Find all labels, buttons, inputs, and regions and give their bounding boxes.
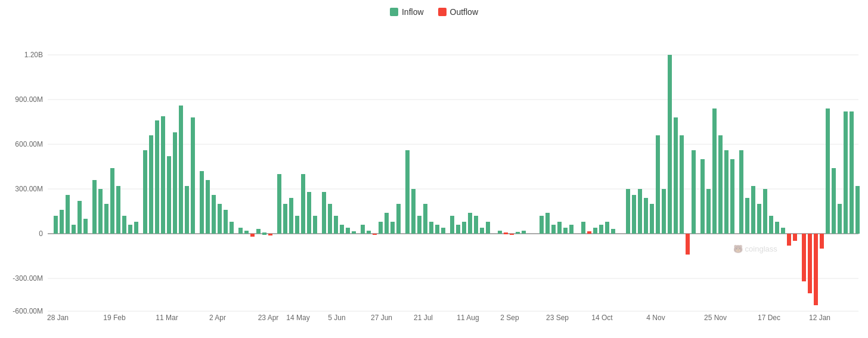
svg-rect-107 [668,55,672,234]
svg-rect-91 [557,222,562,234]
outflow-legend-item: Outflow [438,7,478,17]
svg-rect-34 [179,106,183,234]
svg-rect-126 [787,234,791,246]
svg-rect-133 [832,168,836,234]
svg-rect-72 [423,204,427,234]
svg-rect-16 [66,195,70,234]
svg-rect-42 [230,222,234,234]
svg-rect-40 [218,204,222,234]
chart-legend: Inflow Outflow [0,0,868,19]
svg-rect-30 [155,120,159,234]
svg-rect-120 [751,186,755,234]
inflow-legend-item: Inflow [390,7,424,17]
svg-rect-90 [551,225,556,234]
svg-text:28 Jan: 28 Jan [47,314,69,322]
svg-rect-48 [268,234,272,235]
svg-rect-28 [143,150,147,234]
svg-rect-102 [638,189,642,234]
svg-rect-52 [295,216,299,234]
svg-rect-73 [429,222,433,234]
svg-rect-136 [850,111,854,234]
svg-rect-62 [361,225,365,234]
svg-text:0: 0 [39,230,43,238]
svg-rect-85 [510,234,514,235]
svg-rect-59 [340,225,344,234]
svg-rect-134 [838,204,842,234]
svg-text:4 Nov: 4 Nov [646,314,665,322]
svg-rect-49 [277,174,281,234]
svg-rect-23 [110,168,114,234]
svg-rect-19 [83,219,88,234]
svg-text:600.00M: 600.00M [15,140,43,148]
svg-rect-81 [480,228,484,234]
svg-text:900.00M: 900.00M [15,95,43,104]
svg-rect-115 [718,135,723,234]
chart-area: 1.20B 900.00M 600.00M 300.00M 0 -300.00M… [0,19,868,323]
svg-rect-89 [545,213,550,234]
svg-text:300.00M: 300.00M [15,185,43,193]
svg-rect-114 [712,108,717,234]
svg-rect-29 [149,135,153,234]
svg-rect-50 [283,204,287,234]
svg-rect-119 [745,198,749,234]
svg-rect-46 [256,229,261,234]
svg-rect-132 [826,108,830,234]
svg-rect-130 [814,234,818,305]
svg-rect-125 [781,228,785,234]
svg-rect-55 [313,216,317,234]
svg-text:-300.00M: -300.00M [13,274,43,283]
svg-rect-75 [441,228,445,234]
svg-rect-118 [739,150,743,234]
svg-rect-68 [396,204,401,234]
svg-rect-44 [244,231,249,234]
svg-rect-18 [78,201,82,234]
svg-rect-127 [793,234,797,241]
svg-rect-31 [161,116,165,234]
svg-rect-47 [262,232,266,235]
svg-rect-92 [563,228,568,234]
svg-rect-77 [456,225,460,234]
svg-rect-117 [730,159,734,234]
svg-rect-78 [462,222,466,234]
svg-rect-110 [686,234,690,255]
svg-text:27 Jun: 27 Jun [371,314,392,322]
svg-rect-22 [104,204,108,234]
svg-text:2 Apr: 2 Apr [209,314,226,322]
svg-rect-71 [417,216,421,234]
svg-rect-131 [820,234,824,249]
svg-rect-24 [116,186,120,234]
svg-rect-58 [334,216,338,234]
bar-chart-svg: 1.20B 900.00M 600.00M 300.00M 0 -300.00M… [0,19,868,323]
svg-rect-82 [486,222,490,234]
svg-text:23 Apr: 23 Apr [258,314,279,322]
svg-rect-94 [581,222,585,234]
inflow-label: Inflow [402,7,424,17]
inflow-swatch [390,8,398,16]
svg-rect-108 [674,117,678,234]
svg-rect-98 [605,222,609,234]
svg-rect-37 [200,171,204,234]
svg-rect-79 [468,213,472,234]
svg-rect-74 [435,225,439,234]
svg-rect-111 [692,150,696,234]
svg-rect-124 [775,222,779,234]
svg-rect-105 [656,135,660,234]
svg-text:21 Jul: 21 Jul [414,314,433,322]
svg-rect-112 [700,159,705,234]
svg-rect-61 [352,231,356,234]
svg-rect-35 [185,186,189,234]
chart-container: Inflow Outflow [0,0,868,338]
svg-rect-93 [569,225,574,234]
svg-text:19 Feb: 19 Feb [103,314,126,322]
svg-rect-57 [328,204,332,234]
svg-rect-33 [173,132,177,234]
svg-rect-97 [599,225,603,234]
svg-rect-32 [167,156,171,234]
svg-rect-76 [450,216,454,234]
svg-rect-38 [206,180,210,234]
svg-rect-109 [680,135,684,234]
svg-text:11 Aug: 11 Aug [457,314,479,322]
svg-rect-43 [238,228,243,234]
svg-text:-600.00M: -600.00M [13,307,43,315]
svg-rect-95 [587,231,591,234]
